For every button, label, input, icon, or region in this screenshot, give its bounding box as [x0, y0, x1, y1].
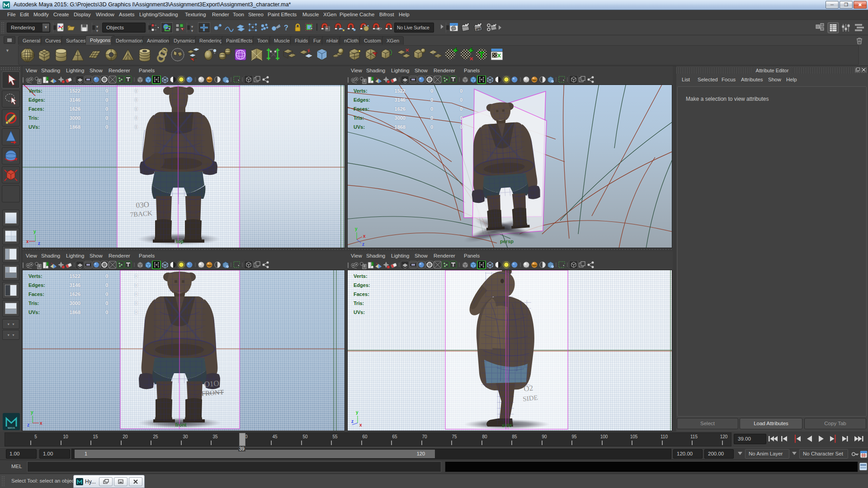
- svg-text:z: z: [27, 422, 29, 427]
- svg-text:x: x: [40, 421, 42, 426]
- svg-text:z: z: [362, 242, 364, 246]
- svg-text:7BACK: 7BACK: [130, 210, 152, 218]
- svg-text:IPR: IPR: [476, 27, 481, 31]
- svg-text:z: z: [351, 419, 354, 424]
- svg-text:y: y: [33, 229, 36, 234]
- svg-text:y: y: [31, 410, 33, 415]
- svg-text:03O: 03O: [136, 200, 150, 210]
- svg-text:MAYA: MAYA: [8, 427, 15, 429]
- svg-text:x: x: [26, 239, 29, 244]
- svg-text:O1O: O1O: [204, 379, 219, 389]
- svg-text:y: y: [355, 226, 358, 231]
- svg-text:O2: O2: [523, 384, 533, 393]
- svg-text:?: ?: [284, 24, 288, 32]
- svg-text:SIDE: SIDE: [523, 394, 538, 403]
- svg-text:y: y: [356, 410, 359, 415]
- svg-text:x: x: [363, 234, 366, 239]
- svg-text:FRONT: FRONT: [201, 389, 224, 397]
- svg-text:x: x: [359, 422, 362, 427]
- svg-text:z: z: [38, 241, 40, 246]
